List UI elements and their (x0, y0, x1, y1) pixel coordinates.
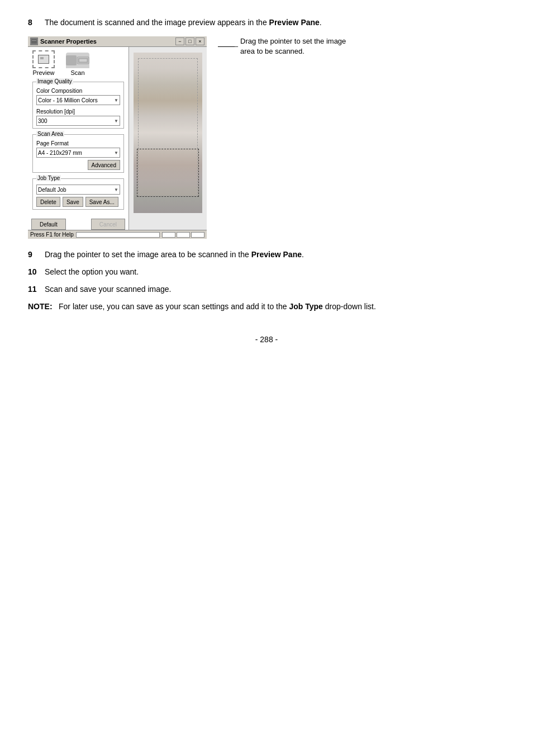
note-intro: For later use, you can save as your scan… (59, 302, 289, 311)
scanner-content-row: Preview Scan (28, 47, 207, 230)
color-composition-label: Color Composition (36, 88, 120, 94)
step-11-number: 11 (28, 284, 45, 295)
resolution-select-arrow: ▼ (114, 119, 118, 124)
minimize-button[interactable]: − (175, 37, 184, 45)
note-text: For later use, you can save as your scan… (59, 301, 505, 313)
callout-arrow-line (218, 46, 235, 47)
job-select[interactable]: Default Job ▼ (36, 185, 120, 195)
preview-label: Preview (32, 69, 54, 76)
image-quality-group: Image Quality Color Composition Color - … (32, 82, 124, 129)
step-8-line: 8 The document is scanned and the image … (28, 17, 505, 29)
statusbar-progress (76, 232, 160, 238)
note-suffix: drop-down list. (323, 302, 376, 311)
statusbar-box-2 (177, 232, 190, 238)
callout-line: ─ Drag the pointer to set the image area… (218, 36, 352, 56)
preview-dashed-border (138, 58, 198, 196)
window-controls: − □ × (175, 37, 204, 45)
step-8-intro: The document is scanned and the image pr… (45, 18, 269, 27)
statusbar-boxes (162, 232, 204, 238)
note-bold: Job Type (289, 302, 322, 311)
image-quality-legend: Image Quality (36, 78, 73, 84)
preview-icon-inner (38, 55, 49, 64)
job-select-row: Default Job ▼ (36, 185, 120, 195)
page-format-value: A4 - 210x297 mm (38, 150, 82, 156)
color-select-value: Color - 16 Million Colors (38, 97, 98, 103)
job-type-legend: Job Type (36, 175, 61, 181)
save-as-button[interactable]: Save As... (85, 197, 118, 207)
delete-button[interactable]: Delete (36, 197, 60, 207)
svg-rect-1 (32, 40, 36, 41)
svg-rect-0 (31, 39, 37, 44)
cancel-button[interactable]: Cancel (91, 219, 125, 230)
window-title-icon (30, 37, 38, 45)
resolution-select[interactable]: 300 ▼ (36, 116, 120, 126)
scan-icon-item: Scan (66, 53, 89, 76)
job-select-value: Default Job (38, 187, 66, 193)
statusbar-text: Press F1 for Help (30, 231, 74, 238)
svg-rect-4 (79, 59, 87, 62)
page-footer: - 288 - (28, 335, 505, 344)
preview-icon-item: Preview (32, 50, 55, 76)
statusbar-box-1 (162, 232, 175, 238)
color-select[interactable]: Color - 16 Million Colors ▼ (36, 95, 120, 105)
close-button[interactable]: × (196, 37, 204, 45)
save-button[interactable]: Save (63, 197, 83, 207)
scanner-section: Scanner Properties − □ × (28, 36, 505, 239)
step-8-text: The document is scanned and the image pr… (45, 17, 505, 29)
color-select-row: Color - 16 Million Colors ▼ (36, 95, 120, 105)
statusbar: Press F1 for Help (28, 230, 207, 239)
advanced-button[interactable]: Advanced (88, 160, 120, 170)
scan-area-legend: Scan Area (36, 131, 64, 137)
restore-button[interactable]: □ (185, 37, 194, 45)
step-9-bold: Preview Pane (251, 250, 302, 259)
job-type-group: Job Type Default Job ▼ Delete Save Sa (32, 178, 124, 210)
note-line: NOTE: For later use, you can save as you… (28, 301, 505, 313)
job-select-arrow: ▼ (114, 187, 118, 192)
step-10-line: 10 Select the option you want. (28, 266, 505, 278)
job-btn-row: Delete Save Save As... (36, 197, 120, 207)
advanced-btn-row: Advanced (36, 160, 120, 170)
page-format-select-row: A4 - 210x297 mm ▼ (36, 148, 120, 158)
statusbar-box-3 (191, 232, 204, 238)
page-content: 8 The document is scanned and the image … (28, 17, 505, 313)
page-format-arrow: ▼ (114, 150, 118, 155)
page-format-label: Page Format (36, 140, 120, 147)
icon-row: Preview Scan (32, 50, 124, 78)
color-select-arrow: ▼ (114, 98, 118, 103)
step-9-line: 9 Drag the pointer to set the image area… (28, 249, 505, 261)
step-8-number: 8 (28, 17, 45, 29)
resolution-label: Resolution [dpi] (36, 108, 120, 115)
step-9-suffix: . (302, 250, 304, 259)
note-label: NOTE: (28, 301, 59, 313)
resolution-select-value: 300 (38, 118, 47, 124)
scan-icon (66, 53, 89, 68)
step-9-number: 9 (28, 249, 45, 261)
step-10-number: 10 (28, 266, 45, 278)
callout-area: ─ Drag the pointer to set the image area… (207, 36, 352, 56)
window-title-text: Scanner Properties (40, 38, 173, 45)
default-button[interactable]: Default (31, 219, 66, 230)
callout-text: Drag the pointer to set the image area t… (240, 36, 352, 56)
page-format-select[interactable]: A4 - 210x297 mm ▼ (36, 148, 120, 158)
resolution-select-row: 300 ▼ (36, 116, 120, 126)
scanner-left-panel: Preview Scan (28, 47, 129, 230)
bottom-btn-row: Default Cancel (28, 219, 129, 230)
step-10-text: Select the option you want. (45, 266, 505, 278)
window-titlebar: Scanner Properties − □ × (28, 36, 207, 47)
step-11-text: Scan and save your scanned image. (45, 284, 505, 295)
scan-label: Scan (70, 69, 84, 76)
page-number: - 288 - (255, 335, 278, 344)
scanner-body: Preview Scan (28, 47, 129, 215)
scanner-preview-pane (129, 47, 207, 230)
step-9-intro: Drag the pointer to set the image area t… (45, 250, 251, 259)
scan-area-group: Scan Area Page Format A4 - 210x297 mm ▼ … (32, 134, 124, 173)
step-11-line: 11 Scan and save your scanned image. (28, 284, 505, 295)
scanner-window: Scanner Properties − □ × (28, 36, 207, 239)
step-8-bold: Preview Pane (269, 18, 320, 27)
preview-image-area (134, 53, 202, 213)
step-8-suffix: . (320, 18, 322, 27)
preview-icon (32, 50, 55, 68)
step-9-text: Drag the pointer to set the image area t… (45, 249, 505, 261)
